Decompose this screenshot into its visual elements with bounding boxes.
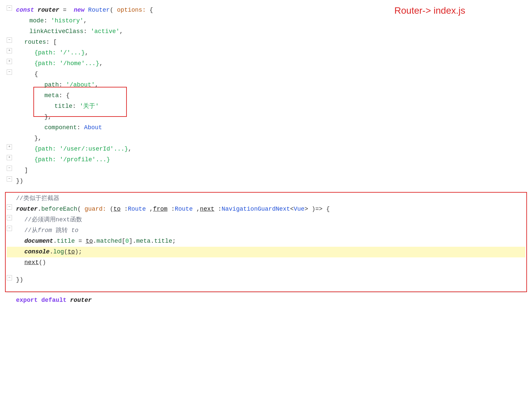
no-fold-12 xyxy=(7,123,12,128)
no-fold-dt xyxy=(7,236,12,242)
export-separator xyxy=(7,292,525,295)
fold-icon-7[interactable]: − xyxy=(7,69,12,75)
next-call-content: next() xyxy=(13,258,525,267)
console-log-line: console.log(to); xyxy=(7,247,525,257)
separator-2 xyxy=(7,268,525,275)
doc-title-content: document.title = to.matched[0].meta.titl… xyxy=(13,236,525,246)
line-content-12: component: About xyxy=(13,123,525,133)
code-line-2: mode: 'history', xyxy=(7,16,525,26)
inner-comment1-line: − //必须调用next函数 xyxy=(7,215,525,225)
code-line-12: component: About xyxy=(7,123,525,133)
no-fold-9 xyxy=(7,91,12,96)
no-fold-3 xyxy=(7,27,12,32)
line-content-9: meta: { xyxy=(13,91,525,100)
line-content-2: mode: 'history', xyxy=(13,16,525,26)
line-content-16: ] xyxy=(13,166,525,175)
line-content-17: }) xyxy=(13,176,525,186)
code-line-3: linkActiveClass: 'active', xyxy=(7,26,525,37)
guard-main-content: router.beforeEach( guard: (to :Route ,fr… xyxy=(13,204,525,214)
no-fold-8 xyxy=(7,80,12,85)
guard-main-line: − router.beforeEach( guard: (to :Route ,… xyxy=(7,204,525,215)
next-call-line: next() xyxy=(7,257,525,268)
line-content-3: linkActiveClass: 'active', xyxy=(13,27,525,36)
guard-comment-line: //类似于拦截器 xyxy=(7,193,525,204)
guard-close-content: }) xyxy=(13,275,525,285)
code-line-17: − }) xyxy=(7,176,525,187)
fold-icon-ic2[interactable]: − xyxy=(7,226,12,231)
fold-icon-14[interactable]: + xyxy=(7,144,12,150)
line-content-7: { xyxy=(13,69,525,79)
inner-comment2-content: //从from 跳转 to xyxy=(13,226,525,235)
code-line-13: }, xyxy=(7,133,525,144)
line-content-13: }, xyxy=(13,134,525,143)
no-fold-13 xyxy=(7,134,12,139)
line-content-11: }, xyxy=(13,112,525,122)
code-line-5: + {path: '/'...}, xyxy=(7,48,525,58)
line-content-6: {path: '/home'...}, xyxy=(13,59,525,68)
line-content-8: path: '/about', xyxy=(13,80,525,90)
console-log-content: console.log(to); xyxy=(13,247,525,257)
code-line-1: − const router = new Router( options: { xyxy=(7,5,525,16)
code-line-9: meta: { xyxy=(7,90,525,101)
export-line: export default router xyxy=(7,295,525,306)
no-fold-10 xyxy=(7,101,12,107)
guard-close-line: − }) xyxy=(7,275,525,285)
separator-3 xyxy=(7,285,525,292)
line-content-1: const router = new Router( options: { xyxy=(13,5,525,15)
separator-1 xyxy=(7,187,525,193)
no-fold-nc xyxy=(7,258,12,263)
code-line-16: − ] xyxy=(7,165,525,176)
fold-icon-15[interactable]: + xyxy=(7,155,12,160)
no-fold-el xyxy=(7,295,12,301)
code-line-15: + {path: '/profile'...} xyxy=(7,155,525,165)
fold-icon-17[interactable]: − xyxy=(7,176,12,182)
fold-icon-6[interactable]: + xyxy=(7,59,12,64)
code-line-14: + {path: '/user/:userId'...}, xyxy=(7,144,525,155)
line-content-10: title: '关于' xyxy=(13,101,525,111)
no-fold-gc xyxy=(7,194,12,199)
fold-icon-ic1[interactable]: − xyxy=(7,215,12,220)
code-line-4: − routes: [ xyxy=(7,37,525,48)
code-line-7: − { xyxy=(7,69,525,80)
line-content-14: {path: '/user/:userId'...}, xyxy=(13,144,525,154)
line-content-15: {path: '/profile'...} xyxy=(13,155,525,165)
fold-icon-16[interactable]: − xyxy=(7,166,12,171)
fold-icon-guard[interactable]: − xyxy=(7,204,12,210)
code-editor: Router-> index.js − const router = new R… xyxy=(0,0,532,311)
code-line-11: }, xyxy=(7,112,525,123)
fold-icon-1[interactable]: − xyxy=(7,5,12,11)
guard-comment-content: //类似于拦截器 xyxy=(13,194,525,203)
inner-comment1-content: //必须调用next函数 xyxy=(13,215,525,225)
export-content: export default router xyxy=(13,295,525,305)
fold-icon-4[interactable]: − xyxy=(7,37,12,43)
code-line-6: + {path: '/home'...}, xyxy=(7,58,525,69)
doc-title-line: document.title = to.matched[0].meta.titl… xyxy=(7,236,525,247)
code-line-10: title: '关于' xyxy=(7,101,525,112)
line-content-5: {path: '/'...}, xyxy=(13,48,525,58)
inner-comment2-line: − //从from 跳转 to xyxy=(7,225,525,236)
no-fold-2 xyxy=(7,16,12,21)
no-fold-11 xyxy=(7,112,12,118)
no-fold-cl xyxy=(7,247,12,252)
fold-icon-5[interactable]: + xyxy=(7,48,12,53)
line-content-4: routes: [ xyxy=(13,37,525,47)
code-line-8: path: '/about', xyxy=(7,80,525,90)
fold-icon-gc[interactable]: − xyxy=(7,275,12,280)
